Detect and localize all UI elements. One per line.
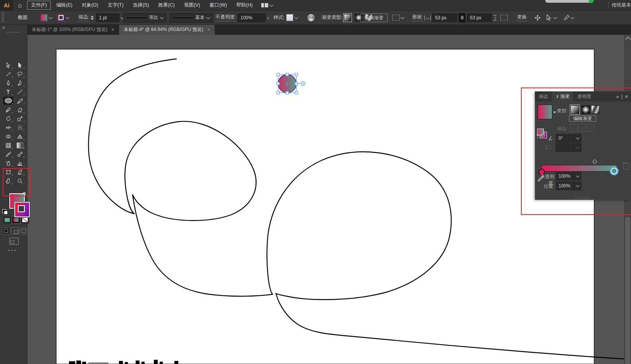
scroll-up-icon[interactable]: [625, 36, 631, 42]
shape-width-value[interactable]: 53 px: [432, 14, 457, 22]
gradient-button[interactable]: [12, 216, 20, 223]
close-icon[interactable]: ×: [207, 27, 210, 33]
mesh-tool[interactable]: [3, 141, 13, 149]
menu-view[interactable]: 视图(V): [179, 0, 205, 10]
scrollbar-thumb[interactable]: [625, 217, 630, 364]
perspective-grid-tool[interactable]: [15, 132, 25, 140]
shape-builder-tool[interactable]: [3, 132, 13, 140]
draw-options-dropdown-icon[interactable]: [571, 15, 574, 19]
curvature-tool[interactable]: [15, 79, 25, 87]
shape-bounds-icon[interactable]: [500, 15, 508, 21]
menu-file[interactable]: 文件(F): [26, 0, 52, 10]
style-dropdown-icon[interactable]: [295, 15, 298, 19]
tab-title: 未标题-4* @ 64.94% (RGB/GPU 预览): [124, 26, 203, 33]
width-tool[interactable]: [3, 124, 13, 131]
center-point: [286, 82, 288, 85]
more-tools-ellipsis[interactable]: • • •: [9, 249, 16, 252]
cursor-artifact: [545, 0, 600, 4]
gradient-tool[interactable]: [15, 141, 25, 149]
menu-object[interactable]: 对象(O): [77, 0, 103, 10]
annotation-box-gradient-panel: [521, 88, 631, 215]
app-logo[interactable]: Ai: [0, 0, 13, 10]
document-tab-1[interactable]: 未标题-1* @ 100% (RGB/GPU 预览) ×: [27, 24, 119, 35]
eyedropper-tool[interactable]: [3, 150, 13, 158]
shaper-pencil-tool[interactable]: [3, 106, 13, 113]
stroke-weight-stepper[interactable]: [91, 15, 94, 20]
ellipse-tool[interactable]: [3, 97, 13, 105]
align-icon[interactable]: [534, 14, 541, 21]
opacity-label[interactable]: 不透明度:: [216, 14, 236, 21]
menu-effect[interactable]: 效果(C): [153, 0, 179, 10]
eraser-tool[interactable]: [15, 106, 25, 113]
free-transform-tool[interactable]: [15, 124, 25, 131]
none-button[interactable]: [21, 216, 29, 223]
shape-label[interactable]: 形状:: [412, 14, 423, 21]
color-button[interactable]: [3, 216, 11, 223]
menu-edit[interactable]: 编辑(E): [52, 0, 77, 10]
stroke-weight-label[interactable]: 描边:: [78, 14, 89, 21]
screen-mode-button[interactable]: [9, 238, 19, 245]
tools-grip[interactable]: [7, 32, 21, 33]
selection-tool[interactable]: [3, 61, 13, 69]
line-segment-tool[interactable]: [15, 88, 25, 96]
menu-bar: Ai ⌂ 文件(F) 编辑(E) 对象(O) 文字(T) 选择(S) 效果(C)…: [0, 0, 631, 10]
panel-grip[interactable]: [2, 12, 4, 23]
draw-normal-mode[interactable]: [2, 227, 10, 234]
style-label: 样式:: [274, 14, 284, 21]
lasso-tool[interactable]: [15, 70, 25, 78]
arrange-documents-icon[interactable]: [261, 3, 273, 7]
sync-status-dot: [589, 0, 594, 3]
pen-tool[interactable]: [3, 79, 13, 87]
brush-definition-select[interactable]: 基本: [170, 13, 213, 22]
document-tab-4[interactable]: 未标题-4* @ 64.94% (RGB/GPU 预览) ×: [119, 24, 215, 35]
rotate-tool[interactable]: [3, 115, 13, 122]
annotation-box-fill-stroke: [3, 168, 30, 196]
home-icon[interactable]: ⌂: [13, 2, 26, 9]
width-profile-select[interactable]: 等比: [123, 13, 166, 22]
artboard[interactable]: [56, 49, 594, 364]
recolor-artwork-icon[interactable]: [307, 14, 315, 22]
column-graph-tool[interactable]: [15, 159, 25, 167]
transform-label[interactable]: 变换: [517, 14, 527, 21]
collapse-panel-icon[interactable]: «: [2, 25, 5, 30]
select-similar-icon[interactable]: [392, 15, 400, 21]
default-fill-stroke-icon[interactable]: [2, 209, 7, 214]
shape-width-icon: ↔: [424, 15, 431, 20]
draw-inside-mode[interactable]: [20, 227, 28, 234]
opacity-expand-icon[interactable]: ›: [267, 15, 269, 21]
control-bar: 椭圆 描边: 1 pt 等比 基本 不透明度: 100%: [0, 10, 631, 25]
fill-color-swatch[interactable]: [40, 14, 48, 21]
stroke-dropdown-icon[interactable]: [66, 15, 70, 19]
symbol-sprayer-tool[interactable]: [3, 159, 13, 167]
magic-wand-tool[interactable]: [3, 70, 13, 78]
blend-tool[interactable]: [15, 150, 25, 158]
direct-selection-tool[interactable]: [15, 61, 25, 69]
menu-select[interactable]: 选择(S): [128, 0, 154, 10]
draw-options-icon[interactable]: [563, 14, 569, 21]
select-similar-dropdown-icon[interactable]: [401, 15, 405, 19]
stroke-weight-value[interactable]: 1 pt: [96, 14, 119, 22]
workspace-switcher[interactable]: 传统基本: [612, 2, 631, 9]
shape-height-icon: ↕: [493, 15, 497, 21]
type-tool[interactable]: T: [3, 88, 13, 96]
draw-behind-mode[interactable]: [11, 227, 19, 234]
scale-tool[interactable]: [15, 115, 25, 122]
edit-gradient-button[interactable]: 编辑渐变: [360, 14, 388, 22]
style-swatch[interactable]: [286, 14, 293, 21]
isolate-selection-icon[interactable]: [546, 14, 552, 21]
menu-window[interactable]: 窗口(W): [205, 0, 231, 10]
isolate-dropdown-icon[interactable]: [553, 15, 557, 19]
constrain-proportions-link-icon[interactable]: 8: [459, 13, 465, 22]
stroke-swatch[interactable]: [14, 202, 30, 217]
menu-type[interactable]: 文字(T): [103, 0, 128, 10]
profile-line-icon: [126, 17, 147, 18]
fill-dropdown-icon[interactable]: [49, 15, 53, 19]
gradient-linear-button[interactable]: [344, 14, 351, 21]
shape-height-value[interactable]: 53 px: [467, 14, 492, 22]
paintbrush-tool[interactable]: [15, 97, 25, 105]
current-tool-label: 椭圆: [18, 14, 28, 21]
stroke-color-swatch[interactable]: [57, 14, 65, 21]
close-icon[interactable]: ×: [111, 27, 114, 33]
menu-help[interactable]: 帮助(H): [232, 0, 257, 10]
opacity-value[interactable]: 100%: [238, 14, 266, 22]
